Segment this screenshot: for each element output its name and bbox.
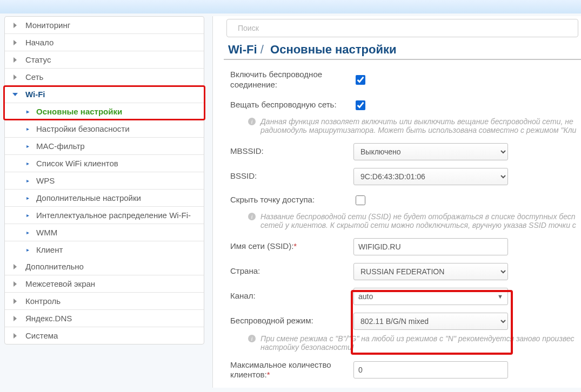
select-wireless-mode[interactable]: 802.11 B/G/N mixed bbox=[353, 313, 508, 330]
sidebar-item-system[interactable]: Система bbox=[5, 327, 204, 344]
sidebar-item-wifi-advanced[interactable]: ▸ Дополнительные настройки bbox=[5, 190, 204, 207]
chevron-right-icon bbox=[12, 264, 20, 269]
select-country[interactable]: RUSSIAN FEDERATION bbox=[353, 263, 508, 280]
sidebar-item-label: Интеллектуальное распределение Wi-Fi- bbox=[36, 211, 191, 220]
sidebar-item-wifi-wps[interactable]: ▸ WPS bbox=[5, 172, 204, 190]
sidebar-item-network[interactable]: Сеть bbox=[5, 69, 204, 86]
sidebar-item-label: Яндекс.DNS bbox=[25, 314, 72, 323]
select-bssid[interactable]: 9C:D6:43:3D:01:06 bbox=[353, 168, 508, 185]
sidebar-item-wifi-security[interactable]: ▸ Настройки безопасности bbox=[5, 120, 204, 138]
chevron-right-icon bbox=[12, 333, 20, 339]
bullet-icon: ▸ bbox=[26, 247, 31, 253]
sidebar-item-status[interactable]: Статус bbox=[5, 51, 204, 69]
sidebar-item-wifi-macfilter[interactable]: ▸ MAC-фильтр bbox=[5, 138, 204, 155]
sidebar-item-label: WPS bbox=[36, 176, 55, 185]
label-enable-wireless: Включить беспроводное соединение: bbox=[230, 70, 353, 90]
sidebar-item-label: Контроль bbox=[25, 296, 61, 306]
sidebar-item-wifi-smart[interactable]: ▸ Интеллектуальное распределение Wi-Fi- bbox=[5, 207, 204, 224]
svg-text:i: i bbox=[251, 335, 252, 342]
chevron-right-icon bbox=[12, 316, 20, 321]
sidebar-item-wifi-client[interactable]: ▸ Клиент bbox=[5, 241, 204, 258]
label-wireless-mode: Беспроводной режим: bbox=[230, 316, 353, 326]
hint-broadcast: Данная функция позволяет включить или вы… bbox=[261, 117, 581, 134]
hint-hide-ap: Название беспроводной сети (SSID) не буд… bbox=[261, 212, 581, 229]
chevron-right-icon bbox=[12, 57, 20, 63]
chevron-right-icon bbox=[12, 23, 20, 28]
chevron-right-icon bbox=[12, 40, 20, 45]
sidebar-item-label: Начало bbox=[25, 38, 54, 47]
input-ssid[interactable] bbox=[353, 238, 508, 255]
label-ssid: Имя сети (SSID):* bbox=[230, 241, 353, 252]
sidebar-item-start[interactable]: Начало bbox=[5, 34, 204, 51]
bullet-icon: ▸ bbox=[26, 109, 31, 114]
sidebar-item-wifi[interactable]: Wi-Fi bbox=[5, 86, 204, 103]
page-title: Wi-Fi / Основные настройки bbox=[228, 43, 581, 57]
chevron-right-icon bbox=[12, 299, 20, 304]
label-channel: Канал: bbox=[230, 291, 353, 301]
sidebar: Мониторинг Начало Статус Сеть Wi-Fi bbox=[4, 16, 204, 388]
chevron-down-icon bbox=[12, 92, 20, 97]
sidebar-item-label: Список WiFi клиентов bbox=[36, 159, 118, 168]
bullet-icon: ▸ bbox=[26, 195, 31, 201]
input-max-clients[interactable] bbox=[353, 361, 508, 379]
sidebar-item-wifi-clients[interactable]: ▸ Список WiFi клиентов bbox=[5, 155, 204, 172]
sidebar-item-wifi-wmm[interactable]: ▸ WMM bbox=[5, 224, 204, 241]
select-channel[interactable]: auto▼ bbox=[353, 288, 508, 305]
sidebar-item-label: MAC-фильтр bbox=[36, 141, 85, 151]
bullet-icon: ▸ bbox=[26, 143, 31, 149]
sidebar-item-control[interactable]: Контроль bbox=[5, 293, 204, 310]
bullet-icon: ▸ bbox=[26, 126, 31, 132]
select-mbssid[interactable]: Выключено bbox=[353, 143, 508, 160]
sidebar-item-label: Статус bbox=[25, 55, 51, 64]
checkbox-broadcast[interactable] bbox=[356, 100, 365, 110]
sidebar-item-firewall[interactable]: Межсетевой экран bbox=[5, 275, 204, 293]
sidebar-item-label: Основные настройки bbox=[36, 107, 122, 116]
sidebar-item-label: Система bbox=[25, 331, 58, 340]
sidebar-item-wifi-basic[interactable]: ▸ Основные настройки bbox=[5, 103, 204, 120]
svg-text:i: i bbox=[251, 213, 252, 220]
checkbox-hide-ap[interactable] bbox=[356, 195, 365, 205]
sidebar-item-label: Wi-Fi bbox=[25, 90, 45, 99]
sidebar-item-label: Настройки безопасности bbox=[36, 124, 130, 133]
info-icon: i bbox=[248, 334, 256, 352]
label-bssid: BSSID: bbox=[230, 171, 353, 181]
sidebar-item-yandexdns[interactable]: Яндекс.DNS bbox=[5, 310, 204, 327]
sidebar-item-label: Клиент bbox=[36, 245, 63, 254]
label-max-clients: Максимальное количество клиентов:* bbox=[230, 360, 353, 381]
sidebar-item-label: Мониторинг bbox=[25, 21, 70, 30]
info-icon: i bbox=[248, 212, 256, 229]
hint-wireless-mode: При смене режима с "B"/"G" на любой из р… bbox=[261, 334, 581, 352]
sidebar-item-label: Дополнительно bbox=[25, 262, 84, 271]
label-mbssid: MBSSID: bbox=[230, 146, 353, 157]
label-country: Страна: bbox=[230, 266, 353, 276]
info-icon: i bbox=[248, 117, 256, 134]
bullet-icon: ▸ bbox=[26, 229, 31, 235]
main-panel: Wi-Fi / Основные настройки Включить бесп… bbox=[212, 16, 581, 388]
chevron-right-icon bbox=[12, 281, 20, 287]
sidebar-item-monitoring[interactable]: Мониторинг bbox=[5, 17, 204, 34]
checkbox-enable-wireless[interactable] bbox=[356, 75, 365, 85]
sidebar-item-label: Межсетевой экран bbox=[25, 279, 95, 288]
search-bar bbox=[226, 19, 578, 37]
sidebar-item-label: Сеть bbox=[25, 72, 43, 82]
search-input[interactable] bbox=[233, 24, 571, 32]
bullet-icon: ▸ bbox=[26, 212, 31, 218]
bullet-icon: ▸ bbox=[26, 178, 31, 184]
bullet-icon: ▸ bbox=[26, 160, 31, 166]
label-broadcast: Вещать беспроводную сеть: bbox=[230, 100, 353, 110]
label-hide-ap: Скрыть точку доступа: bbox=[230, 195, 353, 205]
sidebar-item-label: Дополнительные настройки bbox=[36, 193, 141, 202]
dropdown-icon: ▼ bbox=[497, 293, 503, 300]
sidebar-item-additional[interactable]: Дополнительно bbox=[5, 258, 204, 275]
sidebar-item-label: WMM bbox=[36, 228, 57, 237]
chevron-right-icon bbox=[12, 75, 20, 80]
svg-text:i: i bbox=[251, 118, 252, 125]
